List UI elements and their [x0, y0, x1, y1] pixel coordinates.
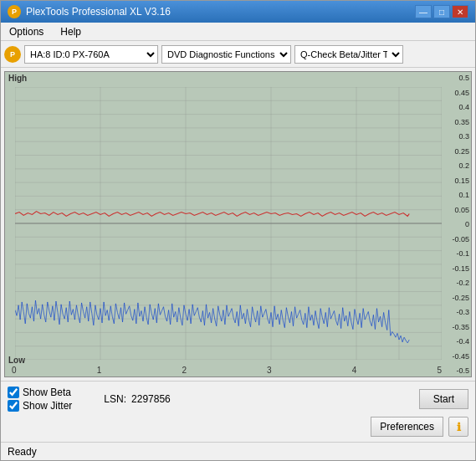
chart-svg — [15, 87, 442, 360]
chart-top-label: High — [8, 74, 27, 83]
bottom-row1: Show Beta Show Jitter LSN: 2297856 Start — [8, 387, 468, 412]
jitter-line — [15, 300, 409, 343]
app-icon: P — [8, 5, 21, 18]
show-jitter-checkbox[interactable] — [8, 400, 19, 412]
window-title: PlexTools Professional XL V3.16 — [26, 6, 171, 18]
bottom-axis: 0 1 2 3 4 5 — [12, 366, 442, 375]
show-beta-label[interactable]: Show Beta — [8, 387, 72, 398]
menu-bar: Options Help — [1, 23, 475, 41]
axis-label-3: 0.35 — [444, 118, 469, 126]
lsn-label: LSN: — [104, 393, 126, 405]
close-button[interactable]: ✕ — [452, 5, 468, 18]
menu-help[interactable]: Help — [55, 24, 86, 39]
show-jitter-text: Show Jitter — [23, 400, 72, 412]
title-controls: — □ ✕ — [415, 5, 468, 18]
axis-label-4: 0.3 — [444, 132, 469, 141]
show-beta-checkbox[interactable] — [8, 387, 19, 398]
bottom-row2: Preferences ℹ — [8, 417, 468, 437]
toolbar-app-icon: P — [4, 46, 21, 63]
axis-label-1: 0.45 — [444, 89, 469, 97]
axis-label-14: -0.2 — [444, 279, 469, 287]
drive-select[interactable]: HA:8 ID:0 PX-760A — [24, 45, 158, 64]
start-button[interactable]: Start — [419, 389, 468, 409]
lsn-value: 2297856 — [131, 393, 171, 405]
minimize-button[interactable]: — — [415, 5, 432, 18]
toolbar: P HA:8 ID:0 PX-760A DVD Diagnostic Funct… — [1, 41, 475, 68]
info-button[interactable]: ℹ — [448, 417, 468, 437]
axis-label-10: 0 — [444, 220, 469, 228]
title-bar-left: P PlexTools Professional XL V3.16 — [8, 5, 171, 18]
preferences-button[interactable]: Preferences — [371, 417, 443, 437]
bottom-label-1: 1 — [97, 366, 102, 375]
title-bar: P PlexTools Professional XL V3.16 — □ ✕ — [1, 1, 475, 23]
axis-label-12: -0.1 — [444, 249, 469, 258]
bottom-label-0: 0 — [12, 366, 17, 375]
bottom-label-5: 5 — [437, 366, 442, 375]
axis-label-5: 0.25 — [444, 147, 469, 156]
axis-label-19: -0.45 — [444, 352, 469, 361]
axis-label-15: -0.25 — [444, 294, 469, 302]
bottom-label-2: 2 — [182, 366, 187, 375]
function-select[interactable]: DVD Diagnostic Functions — [161, 45, 291, 64]
axis-label-7: 0.15 — [444, 177, 469, 185]
maximize-button[interactable]: □ — [433, 5, 450, 18]
axis-label-13: -0.15 — [444, 264, 469, 273]
show-jitter-label[interactable]: Show Jitter — [8, 400, 72, 412]
bottom-label-4: 4 — [352, 366, 357, 375]
bottom-label-3: 3 — [267, 366, 272, 375]
bottom-panel: Show Beta Show Jitter LSN: 2297856 Start… — [1, 381, 475, 442]
axis-label-9: 0.05 — [444, 206, 469, 214]
axis-label-6: 0.2 — [444, 161, 469, 170]
axis-label-20: -0.5 — [444, 366, 469, 375]
beta-line — [15, 212, 409, 217]
axis-label-18: -0.4 — [444, 337, 469, 346]
test-select[interactable]: Q-Check Beta/Jitter Test — [294, 45, 403, 64]
show-beta-text: Show Beta — [23, 387, 71, 398]
menu-options[interactable]: Options — [4, 24, 49, 39]
main-window: P PlexTools Professional XL V3.16 — □ ✕ … — [0, 0, 476, 461]
axis-label-0: 0.5 — [444, 74, 469, 82]
axis-label-16: -0.3 — [444, 308, 469, 316]
right-axis: 0.5 0.45 0.4 0.35 0.3 0.25 0.2 0.15 0.1 … — [444, 72, 469, 376]
axis-label-11: -0.05 — [444, 235, 469, 243]
axis-label-17: -0.35 — [444, 323, 469, 331]
status-text: Ready — [8, 446, 37, 458]
status-bar: Ready — [1, 442, 475, 460]
lsn-group: LSN: 2297856 — [104, 393, 170, 405]
axis-label-2: 0.4 — [444, 103, 469, 111]
axis-label-8: 0.1 — [444, 191, 469, 199]
chart-area: High Low 0.5 0.45 0.4 0.35 0.3 0.25 0.2 … — [4, 71, 472, 377]
